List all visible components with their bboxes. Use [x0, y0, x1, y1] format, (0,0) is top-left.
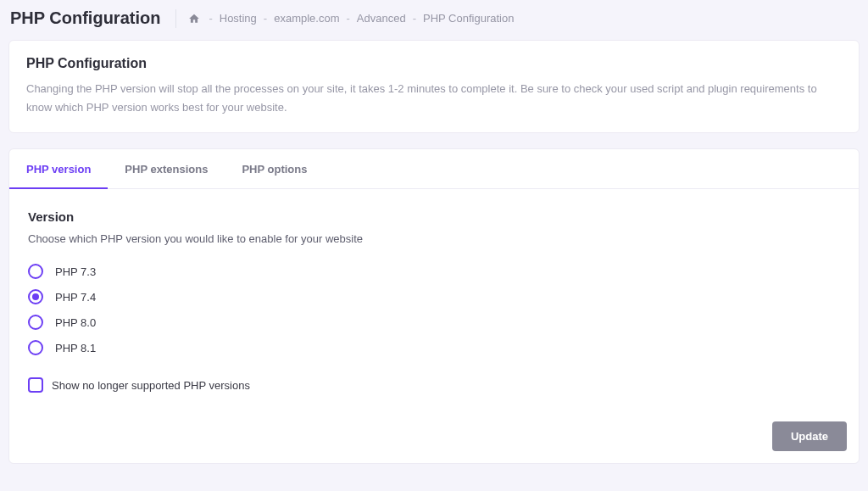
radio-label: PHP 8.1 — [55, 342, 96, 354]
radio-icon — [28, 340, 43, 355]
version-section-title: Version — [28, 209, 840, 224]
update-button[interactable]: Update — [772, 421, 847, 451]
radio-php-7-3[interactable]: PHP 7.3 — [28, 264, 840, 279]
breadcrumb-item-advanced[interactable]: Advanced — [357, 12, 406, 25]
breadcrumb-item-hosting[interactable]: Hosting — [220, 12, 257, 25]
page-header: PHP Configuration - Hosting - example.co… — [0, 0, 868, 40]
checkbox-icon — [28, 377, 43, 393]
breadcrumb-separator: - — [346, 12, 349, 25]
radio-icon — [28, 289, 43, 304]
radio-php-8-0[interactable]: PHP 8.0 — [28, 315, 840, 330]
card-footer: Update — [9, 410, 859, 463]
home-icon[interactable] — [188, 12, 202, 25]
show-unsupported-checkbox[interactable]: Show no longer supported PHP versions — [28, 377, 840, 393]
info-card: PHP Configuration Changing the PHP versi… — [8, 40, 860, 133]
tab-php-options[interactable]: PHP options — [225, 149, 324, 189]
info-card-description: Changing the PHP version will stop all t… — [26, 80, 842, 117]
radio-label: PHP 7.3 — [55, 265, 96, 278]
breadcrumb: - Hosting - example.com - Advanced - PHP… — [188, 12, 514, 25]
breadcrumb-item-current: PHP Configuration — [423, 12, 514, 25]
radio-label: PHP 8.0 — [55, 316, 96, 329]
radio-php-7-4[interactable]: PHP 7.4 — [28, 289, 840, 304]
tab-content: Version Choose which PHP version you wou… — [9, 189, 859, 410]
main-card: PHP version PHP extensions PHP options V… — [8, 148, 860, 464]
radio-icon — [28, 264, 43, 279]
breadcrumb-separator: - — [264, 12, 267, 25]
breadcrumb-separator: - — [209, 12, 212, 25]
radio-icon — [28, 315, 43, 330]
breadcrumb-separator: - — [413, 12, 416, 25]
radio-php-8-1[interactable]: PHP 8.1 — [28, 340, 840, 355]
page-title: PHP Configuration — [10, 8, 175, 28]
tab-php-version[interactable]: PHP version — [9, 149, 108, 189]
radio-label: PHP 7.4 — [55, 291, 96, 304]
info-card-title: PHP Configuration — [26, 56, 842, 71]
version-section-description: Choose which PHP version you would like … — [28, 232, 840, 245]
header-divider — [175, 9, 176, 28]
checkbox-label: Show no longer supported PHP versions — [52, 379, 250, 392]
breadcrumb-item-domain[interactable]: example.com — [274, 12, 339, 25]
tabs: PHP version PHP extensions PHP options — [9, 149, 859, 189]
version-radio-group: PHP 7.3 PHP 7.4 PHP 8.0 PHP 8.1 — [28, 264, 840, 355]
tab-php-extensions[interactable]: PHP extensions — [108, 149, 225, 189]
